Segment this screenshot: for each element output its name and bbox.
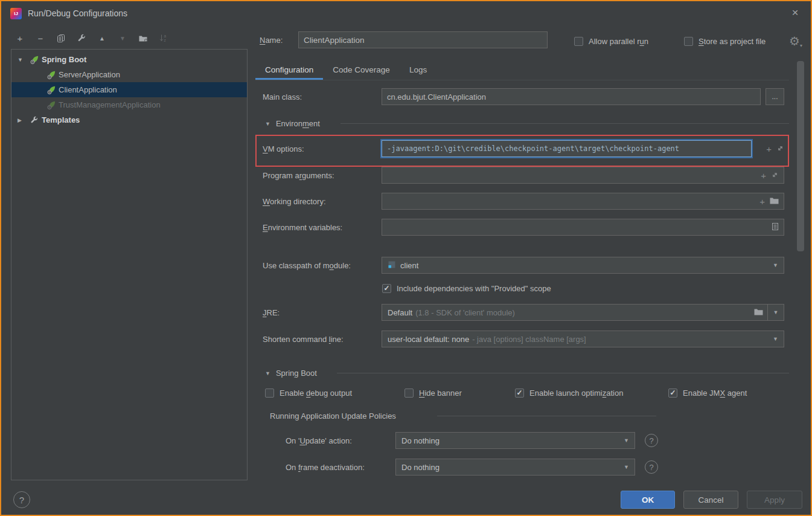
help-icon[interactable]: ?: [645, 460, 658, 474]
help-icon[interactable]: ?: [645, 434, 658, 447]
tree-item-label: Spring Boot: [42, 55, 86, 64]
enable-jmx-agent-label: Enable JMX agent: [683, 389, 747, 398]
collapse-arrow-icon[interactable]: ▼: [265, 370, 270, 376]
allow-parallel-run-option[interactable]: Allow parallel run: [574, 36, 648, 47]
tree-item-label: Templates: [42, 115, 80, 124]
copy-configuration-icon[interactable]: [56, 33, 66, 44]
chevron-down-icon: ▼: [768, 336, 778, 342]
shorten-command-line-hint: - java [options] className [args]: [472, 335, 586, 344]
tree-item-client-application[interactable]: ClientApplication: [11, 82, 247, 97]
tree-item-label: ClientApplication: [59, 85, 117, 94]
store-as-project-file-option[interactable]: Store as project file: [684, 36, 766, 47]
on-update-action-combobox[interactable]: Do nothing ▼: [395, 432, 635, 449]
chevron-down-icon[interactable]: ▼: [767, 305, 784, 320]
vertical-scrollbar[interactable]: [797, 61, 804, 251]
browse-main-class-button[interactable]: ...: [766, 88, 784, 105]
jre-combobox[interactable]: Default (1.8 - SDK of 'client' module) ▼: [382, 304, 784, 321]
shorten-command-line-row: Shorten command line: user-local default…: [263, 331, 784, 347]
configurations-tree: ▼ Spring Boot ServerApplication ClientAp…: [11, 49, 248, 480]
on-frame-deactivation-combobox[interactable]: Do nothing ▼: [395, 459, 635, 476]
vm-options-row: VM options: -javaagent:D:\git\credible\c…: [263, 140, 784, 157]
jre-label: JRE:: [263, 308, 382, 317]
include-provided-checkbox[interactable]: ✓: [382, 284, 391, 293]
program-arguments-label: Program arguments:: [263, 171, 382, 180]
environment-section-label: Environment: [276, 119, 320, 128]
vm-options-field[interactable]: -javaagent:D:\git\credible\checkpoint-ag…: [382, 140, 752, 157]
spring-boot-section-header[interactable]: ▼ Spring Boot: [265, 369, 317, 378]
tree-item-spring-boot[interactable]: ▼ Spring Boot: [11, 52, 247, 67]
on-update-action-row: On 'Update' action: Do nothing ▼ ?: [286, 432, 670, 449]
include-provided-option[interactable]: ✓ Include dependencies with "Provided" s…: [382, 283, 551, 294]
hide-banner-option[interactable]: Hide banner: [404, 387, 462, 398]
working-directory-row: Working directory: +: [263, 193, 784, 210]
dialog-title: Run/Debug Configurations: [28, 8, 127, 18]
working-directory-field[interactable]: +: [382, 193, 784, 210]
add-macro-icon[interactable]: +: [759, 197, 765, 206]
move-down-icon[interactable]: ▼: [117, 33, 128, 44]
add-configuration-icon[interactable]: +: [14, 33, 25, 44]
module-icon: [388, 260, 396, 270]
chevron-down-icon: ▼: [619, 437, 629, 443]
spring-boot-icon: [30, 55, 39, 65]
browse-folder-icon[interactable]: [770, 197, 779, 206]
main-class-label: Main class:: [263, 92, 382, 102]
on-update-action-label: On 'Update' action:: [286, 436, 395, 445]
edit-templates-icon[interactable]: [76, 33, 87, 44]
tab-configuration[interactable]: Configuration: [255, 60, 323, 79]
gear-caret-icon: ▾: [800, 43, 802, 48]
spring-boot-icon: [46, 100, 56, 110]
tree-item-trust-management-application[interactable]: TrustManagementApplication: [11, 97, 247, 112]
enable-debug-output-label: Enable debug output: [280, 389, 352, 398]
ok-button[interactable]: OK: [621, 491, 675, 509]
sort-configurations-icon[interactable]: az: [158, 33, 169, 44]
enable-jmx-agent-checkbox[interactable]: ✓: [668, 389, 677, 398]
add-macro-icon[interactable]: +: [766, 144, 772, 153]
spring-boot-icon: [46, 85, 56, 95]
program-arguments-field[interactable]: +: [382, 167, 784, 184]
help-button[interactable]: ?: [13, 491, 30, 508]
tab-logs[interactable]: Logs: [400, 60, 436, 79]
expand-field-icon[interactable]: [776, 144, 784, 153]
close-icon[interactable]: ×: [788, 6, 802, 19]
remove-configuration-icon[interactable]: −: [35, 33, 46, 44]
edit-variables-icon[interactable]: [772, 222, 779, 232]
name-input[interactable]: [298, 31, 548, 48]
main-class-field[interactable]: cn.edu.bjut.ClientApplication: [382, 88, 761, 105]
update-policies-section-header: Running Application Update Policies: [270, 411, 396, 421]
module-combobox[interactable]: client ▼: [382, 257, 784, 274]
wrench-icon: [30, 115, 39, 125]
collapse-arrow-icon[interactable]: ▼: [18, 57, 25, 63]
new-folder-icon[interactable]: [138, 33, 149, 44]
add-macro-icon[interactable]: +: [761, 171, 766, 180]
store-as-project-file-checkbox[interactable]: [684, 37, 693, 46]
environment-section-header[interactable]: ▼ Environment: [265, 119, 320, 128]
on-frame-deactivation-row: On frame deactivation: Do nothing ▼ ?: [286, 459, 670, 476]
gear-icon[interactable]: ⚙▾: [789, 34, 802, 48]
enable-launch-optimization-option[interactable]: ✓ Enable launch optimization: [515, 387, 623, 398]
collapse-arrow-icon[interactable]: ▼: [265, 121, 270, 127]
tree-item-label: TrustManagementApplication: [59, 100, 161, 109]
shorten-command-line-combobox[interactable]: user-local default: none - java [options…: [382, 331, 784, 347]
tree-item-server-application[interactable]: ServerApplication: [11, 67, 247, 82]
cancel-button[interactable]: Cancel: [683, 491, 738, 509]
expand-field-icon[interactable]: [771, 171, 779, 180]
move-up-icon[interactable]: ▲: [97, 33, 107, 44]
check-icon: ✓: [516, 389, 522, 397]
environment-variables-field[interactable]: [382, 219, 784, 236]
allow-parallel-run-checkbox[interactable]: [574, 37, 583, 46]
expand-arrow-icon[interactable]: ▶: [18, 117, 25, 123]
hide-banner-checkbox[interactable]: [404, 389, 414, 398]
enable-launch-optimization-checkbox[interactable]: ✓: [515, 389, 524, 398]
on-frame-deactivation-label: On frame deactivation:: [286, 463, 395, 472]
chevron-down-icon: ▼: [619, 464, 629, 470]
browse-folder-icon[interactable]: [754, 308, 763, 317]
tree-item-templates[interactable]: ▶ Templates: [11, 112, 247, 127]
enable-jmx-agent-option[interactable]: ✓ Enable JMX agent: [668, 387, 747, 398]
enable-debug-output-option[interactable]: Enable debug output: [265, 387, 352, 398]
spring-boot-icon: [46, 70, 56, 80]
enable-debug-output-checkbox[interactable]: [265, 389, 274, 398]
svg-text:a: a: [164, 34, 167, 38]
name-label: Name:: [260, 36, 283, 45]
tab-code-coverage[interactable]: Code Coverage: [323, 60, 400, 79]
apply-button[interactable]: Apply: [747, 491, 802, 509]
